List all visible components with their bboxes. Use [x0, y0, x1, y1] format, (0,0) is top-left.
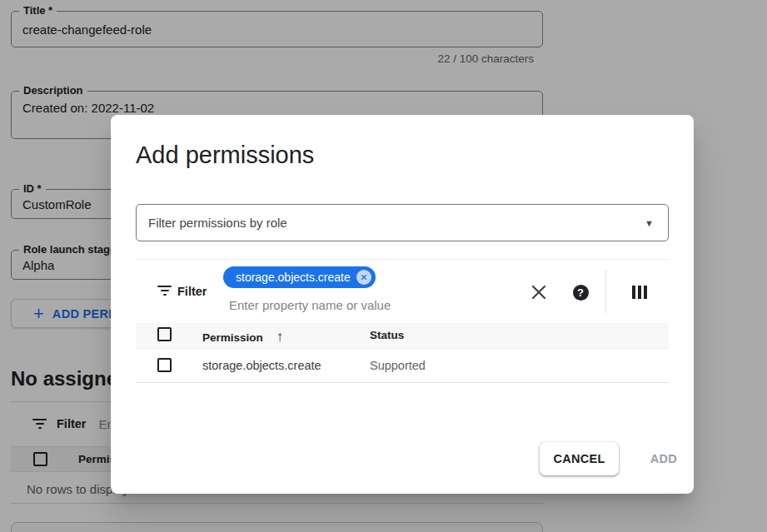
status-column-header[interactable]: Status: [370, 329, 404, 341]
select-all-checkbox[interactable]: [157, 327, 172, 341]
permissions-filter-toolbar: Filter storage.objects.create ✕ ?: [136, 259, 669, 323]
permission-header-label: Permission: [202, 331, 263, 344]
filter-chip-text: storage.objects.create: [236, 271, 351, 284]
column-display-options-button[interactable]: [630, 282, 650, 302]
filter-permissions-by-role-select[interactable]: Filter permissions by role ▼: [136, 204, 669, 241]
clear-filters-button[interactable]: [529, 282, 549, 302]
permissions-table-header: Permission ↑ Status: [136, 323, 669, 349]
row-status-cell: Supported: [370, 359, 426, 372]
page: Title * create-changefeed-role 22 / 100 …: [0, 0, 767, 532]
filter-icon: [157, 286, 172, 296]
role-select-label: Filter permissions by role: [148, 216, 287, 230]
help-button[interactable]: ?: [570, 282, 590, 302]
dialog-title: Add permissions: [136, 142, 314, 169]
row-permission-cell: storage.objects.create: [202, 359, 321, 372]
permission-table-row[interactable]: storage.objects.create Supported: [136, 349, 669, 383]
chip-remove-icon[interactable]: ✕: [356, 270, 371, 285]
sort-ascending-icon: ↑: [276, 329, 284, 346]
close-icon: [531, 285, 546, 300]
filter-label: Filter: [177, 285, 207, 298]
toolbar-divider: [605, 270, 606, 313]
help-icon: ?: [573, 285, 589, 301]
permission-column-header[interactable]: Permission ↑: [202, 329, 283, 346]
row-checkbox[interactable]: [157, 358, 172, 372]
add-button[interactable]: ADD: [635, 442, 693, 475]
add-permissions-dialog: Add permissions Filter permissions by ro…: [111, 115, 694, 494]
filter-chip[interactable]: storage.objects.create ✕: [223, 266, 376, 288]
columns-icon: [632, 286, 648, 299]
chevron-down-icon: ▼: [645, 218, 654, 228]
filter-input[interactable]: [229, 296, 479, 314]
cancel-button[interactable]: CANCEL: [540, 442, 619, 475]
